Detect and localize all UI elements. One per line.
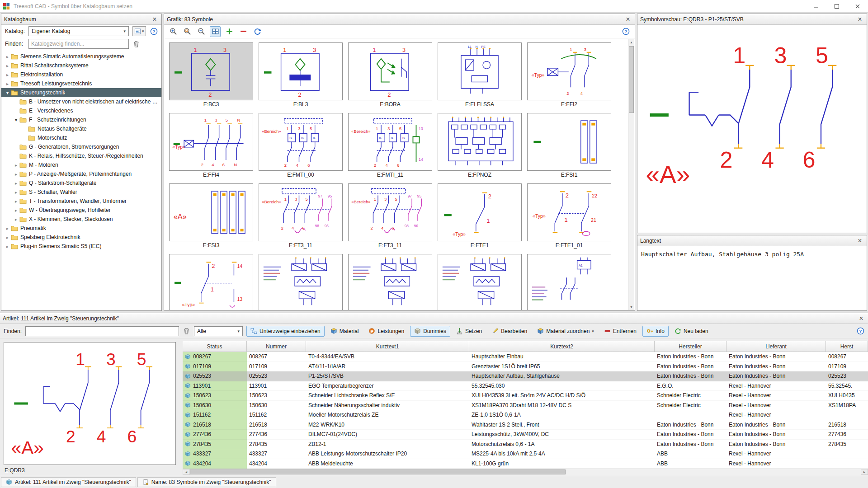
vertical-scrollbar[interactable]: ▲ ▼ — [628, 39, 634, 310]
symbol-thumbnail[interactable] — [259, 254, 343, 310]
tree-expander-icon[interactable] — [4, 63, 11, 68]
tree-item[interactable]: S - Schalter, Wähler — [1, 188, 161, 197]
symbol-thumbnail[interactable]: E:FFI2 — [527, 42, 611, 108]
table-row[interactable]: 008267 008267 T0-4-8344/EA/SVB Hauptscha… — [183, 352, 868, 362]
close-panel-icon[interactable] — [624, 15, 632, 23]
symbol-thumbnail[interactable]: E:FSI3 — [169, 183, 253, 249]
symbol-thumbnail[interactable] — [438, 254, 522, 310]
symbol-thumbnail[interactable]: E:FT3_11 — [259, 183, 343, 249]
close-panel-icon[interactable] — [857, 314, 865, 323]
trash-icon[interactable] — [132, 40, 140, 48]
katalog-select[interactable]: Eigener Katalog ▾ — [28, 26, 129, 36]
symbol-thumbnail[interactable] — [527, 254, 611, 310]
toolbar-button[interactable]: Dummies — [410, 326, 450, 337]
tree-expander-icon[interactable] — [4, 235, 11, 240]
tree-expander-icon[interactable] — [13, 181, 19, 186]
tree-item[interactable]: X - Klemmen, Stecker, Steckdosen — [1, 215, 161, 224]
tree-item[interactable]: Siemens Simatic Automatisierungssysteme — [1, 52, 161, 61]
scrollbar-thumb[interactable] — [190, 469, 566, 474]
table-row[interactable]: 277436 277436 DILMC7-01(24VDC) Leistungs… — [183, 430, 868, 440]
symbol-thumbnail[interactable] — [169, 254, 253, 310]
close-panel-icon[interactable] — [856, 237, 864, 245]
katalogzweig-search-input[interactable] — [28, 39, 129, 49]
tree-expander-icon[interactable] — [13, 163, 19, 168]
tree-item[interactable]: Steuerungstechnik — [1, 88, 161, 97]
scroll-down-icon[interactable]: ▼ — [628, 304, 634, 310]
symbol-thumbnail[interactable] — [348, 254, 432, 310]
refresh-button[interactable] — [252, 26, 263, 37]
grid-view-toggle[interactable] — [210, 26, 221, 37]
table-row[interactable]: 113901 113901 EGO Temperaturbegrenzer 55… — [183, 381, 868, 391]
tree-expander-icon[interactable] — [13, 117, 19, 122]
table-row[interactable]: 433327 433327 ABB Leistungs-Motorschutzs… — [183, 449, 868, 459]
table-row[interactable]: 017109 017109 AT4/11-1/IA/AR Grenztaster… — [183, 362, 868, 372]
tree-expander-icon[interactable] — [4, 72, 11, 77]
tree-item[interactable]: Pneumatik — [1, 224, 161, 233]
artikel-search-input[interactable] — [25, 326, 179, 336]
horizontal-scrollbar[interactable]: ◄ ► — [183, 469, 868, 475]
tree-item[interactable]: F - Schutzeinrichtungen — [1, 115, 161, 124]
tree-item[interactable]: T - Transformatoren, Wandler, Umformer — [1, 197, 161, 206]
tree-expander-icon[interactable] — [4, 226, 11, 231]
symbol-thumbnail[interactable]: E:FSI1 — [527, 113, 611, 178]
tree-expander-icon[interactable] — [4, 81, 11, 86]
tree-item[interactable]: Spelsberg Elektrotechnik — [1, 233, 161, 242]
toolbar-button[interactable]: Entfernen — [600, 326, 641, 337]
toolbar-button[interactable]: Setzen — [452, 326, 486, 337]
tree-expander-icon[interactable] — [4, 54, 11, 59]
tree-expander-icon[interactable] — [13, 217, 19, 222]
scrollbar-thumb[interactable] — [629, 46, 634, 113]
tree-item[interactable]: B - Umsetzer von nicht elektrischen auf … — [1, 97, 161, 106]
tree-expander-icon[interactable] — [13, 199, 19, 204]
table-row[interactable]: 151162 151162 Moeller Motorschutzrelais … — [183, 410, 868, 420]
symbol-thumbnail[interactable]: E:FTE1_01 — [527, 183, 611, 249]
tree-item[interactable]: Treesoft Leistungsverzeichnis — [1, 79, 161, 88]
help-icon[interactable] — [150, 28, 158, 35]
symbol-thumbnail[interactable]: E:FFI4 — [169, 113, 253, 178]
tree-expander-icon[interactable] — [13, 190, 19, 195]
scroll-up-icon[interactable]: ▲ — [628, 39, 634, 45]
scroll-left-icon[interactable]: ◄ — [183, 469, 190, 475]
table-row[interactable]: 434204 434204 ABB Meldeleuchte KL1-100G … — [183, 459, 868, 469]
tree-item[interactable]: Plug-in Siemens Simatic S5 (IEC) — [1, 242, 161, 251]
tree-item[interactable]: Q - Starkstrom-Schaltgeräte — [1, 178, 161, 188]
remove-symbol-button[interactable] — [238, 26, 249, 37]
zoom-out-button[interactable] — [196, 26, 207, 37]
tree-item[interactable]: P - Anzeige-/Meßgeräte, Prüfeinrichtunge… — [1, 169, 161, 178]
column-header-nummer[interactable]: Nummer — [247, 341, 306, 352]
table-row[interactable]: 216518 216518 M22-WRK/K10 Wahltaster 1S … — [183, 420, 868, 430]
column-header-herst[interactable]: Herst — [826, 341, 868, 352]
table-row[interactable]: 150623 150623 Schneider Lichtschranke Re… — [183, 391, 868, 401]
filter-select[interactable]: Alle ▾ — [194, 326, 243, 336]
add-symbol-button[interactable] — [224, 26, 235, 37]
symbol-thumbnail[interactable]: E:FMTI_00 — [259, 113, 343, 178]
minimize-button[interactable] — [806, 0, 826, 12]
help-icon[interactable] — [857, 327, 864, 335]
symbol-thumbnail[interactable]: E:FT3_11 — [348, 183, 432, 249]
help-button[interactable] — [620, 26, 631, 37]
toolbar-button[interactable]: Neu laden — [670, 326, 712, 337]
toolbar-button[interactable]: Info — [642, 326, 669, 337]
tree-item[interactable]: W - Übertragungswege, Hohlleiter — [1, 206, 161, 215]
scroll-right-icon[interactable]: ► — [861, 469, 868, 475]
column-header-lieferant[interactable]: Lieferant — [726, 341, 826, 352]
tree-item[interactable]: Notaus Schaltgeräte — [1, 124, 161, 133]
close-panel-icon[interactable] — [151, 15, 159, 23]
column-header-status[interactable]: Status — [183, 341, 247, 352]
tree-item[interactable]: Motorschutz — [1, 133, 161, 142]
toolbar-button[interactable]: Material zuordnen — [533, 326, 598, 337]
toolbar-button[interactable]: Leistungen — [364, 326, 408, 337]
symbol-thumbnail[interactable]: E:FPNOZ — [438, 113, 522, 178]
tree-item[interactable]: M - Motoren — [1, 160, 161, 169]
column-header-kurztext2[interactable]: Kurztext2 — [469, 341, 655, 352]
symbol-thumbnail[interactable]: E:ELFLSSA — [438, 42, 522, 108]
tree-expander-icon[interactable] — [4, 90, 11, 95]
close-panel-icon[interactable] — [856, 15, 864, 23]
tree-item[interactable]: K - Relais, Hilfsschütze, Steuer-/Regele… — [1, 151, 161, 160]
symbol-thumbnail[interactable]: E:BL3 — [259, 42, 343, 108]
table-row[interactable]: 150630 150630 Schneider Näherungsschalte… — [183, 401, 868, 411]
status-artikel[interactable]: Artikel: 111 Artikel im Zweig "Steuerung… — [1, 477, 136, 487]
maximize-button[interactable] — [826, 0, 847, 12]
tree-expander-icon[interactable] — [13, 208, 19, 213]
trash-icon[interactable] — [183, 327, 190, 335]
